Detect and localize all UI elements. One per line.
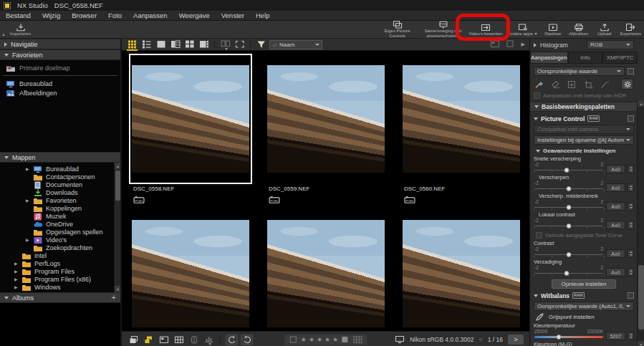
slider-value[interactable]: 5207 [606, 332, 625, 340]
value-stepper[interactable] [628, 165, 634, 173]
advanced-settings-header[interactable]: Geavanceerde instellingen [530, 145, 638, 155]
value-stepper[interactable] [628, 183, 634, 192]
expand-arrow-icon[interactable]: ▶ [14, 277, 19, 282]
quad-view-button[interactable] [183, 39, 196, 50]
split-overlay-icon[interactable] [188, 335, 200, 345]
tab-info[interactable]: Info [568, 52, 603, 63]
tree-item[interactable]: OneDrive [0, 220, 120, 228]
label-outline-icon[interactable] [352, 335, 362, 345]
wand-tool-icon[interactable] [534, 80, 544, 89]
tree-item[interactable]: ▶ Bureaublad [0, 165, 120, 173]
tree-item[interactable]: Opgeslagen spellen [0, 228, 120, 236]
histogram-channel-select[interactable]: RGB [587, 40, 634, 49]
slider-handle[interactable] [557, 335, 562, 340]
filter-button[interactable] [255, 39, 267, 50]
menu-aanpassen[interactable]: Aanpassen [128, 11, 173, 19]
favorite-item[interactable]: Afbeeldingen [0, 88, 120, 97]
collapse-right-panel-icon[interactable]: ▶ [522, 42, 525, 47]
slider-value[interactable]: A±0 [606, 202, 625, 211]
adjustment-preset-select[interactable]: Oorspronkelijke waarde [534, 67, 625, 76]
scroll-down-icon[interactable]: ▼ [115, 286, 120, 292]
compare-view-button[interactable] [219, 39, 231, 50]
value-stepper[interactable] [628, 249, 634, 258]
grid-overlay-icon[interactable] [173, 335, 185, 345]
expand-arrow-icon[interactable]: ▶ [26, 198, 30, 203]
histogram-overlay-icon[interactable] [203, 335, 215, 345]
expand-arrow-icon[interactable]: ▶ [26, 238, 30, 242]
scroll-up-icon[interactable]: ▲ [638, 100, 644, 107]
thumbnail-image[interactable] [400, 54, 523, 184]
split-view-button[interactable] [169, 39, 181, 50]
slider-handle[interactable] [564, 168, 569, 173]
tree-item[interactable]: Zoekopdrachten [0, 244, 120, 251]
eraser-tool-icon[interactable] [551, 80, 561, 89]
tree-item[interactable]: Documenten [0, 181, 120, 188]
scrollbar-thumb[interactable] [638, 265, 644, 330]
thumbnail-image[interactable] [129, 208, 252, 331]
value-stepper[interactable] [628, 332, 634, 340]
settings-gear-button[interactable] [621, 79, 633, 90]
camera-compat-select[interactable]: Compatibel met camera [534, 125, 634, 134]
add-album-button[interactable]: + [112, 294, 116, 302]
tree-item[interactable]: Koppelingen [0, 204, 120, 212]
toolbar-collapse-icon[interactable]: ▲ [0, 31, 7, 38]
section-folders[interactable]: Mappen [0, 152, 120, 163]
export-button[interactable]: Exporteren [617, 21, 644, 38]
section-favorites[interactable]: Favorieten [0, 49, 120, 60]
slider-handle[interactable] [567, 205, 572, 210]
star-icon[interactable]: ★ [309, 337, 314, 343]
rotate-cw-button[interactable] [241, 335, 253, 345]
star-icon[interactable]: ★ [317, 337, 322, 343]
plus-box-tool-icon[interactable] [567, 80, 577, 89]
tree-item[interactable]: ▶ Program Files (x86) [0, 275, 120, 283]
value-stepper[interactable] [628, 268, 634, 277]
tab-aanpassingen[interactable]: Aanpassingen [530, 52, 568, 63]
tone-curve-checkbox[interactable] [536, 232, 542, 239]
picture-control-checkbox[interactable] [628, 115, 634, 122]
slider-handle[interactable] [567, 252, 572, 257]
menu-venster[interactable]: Venster [216, 11, 250, 19]
print-button[interactable]: Afdrukken [566, 21, 592, 38]
star-icon[interactable]: ★ [332, 337, 338, 343]
section-navigation[interactable]: Navigatie [0, 39, 120, 49]
list-view-button[interactable] [140, 39, 153, 50]
favorite-item[interactable]: Primaire doelmap [0, 63, 120, 72]
histogram-collapse-icon[interactable] [534, 43, 537, 47]
pixel-shift-merge-button[interactable]: PIXEL Samenvoeging met pixelverschuiving [420, 21, 466, 38]
tree-item[interactable]: Muziek [0, 212, 120, 220]
crop-tool-icon[interactable] [584, 80, 594, 89]
upload-button[interactable]: Upload [592, 21, 617, 38]
scrollbar-thumb[interactable] [115, 170, 120, 201]
fit-view-button[interactable] [234, 39, 246, 50]
menu-foto[interactable]: Foto [102, 11, 128, 19]
rating-zero-icon[interactable] [289, 335, 299, 345]
menu-browser[interactable]: Browser [66, 11, 102, 19]
picture-control-header[interactable]: Picture Control RAW [530, 113, 638, 124]
label-gray-icon[interactable] [340, 335, 350, 345]
section-albums[interactable]: Albums + [0, 292, 120, 303]
tree-item[interactable]: ▶ Favorieten [0, 196, 120, 204]
thumbnail-image-selected[interactable] [129, 54, 252, 184]
picture-control-setting-select[interactable]: Instellingen bij opname ([A] Automatisch… [534, 135, 634, 145]
single-view-button[interactable] [155, 39, 167, 50]
tree-item[interactable]: ▶ Program Files [0, 267, 120, 275]
slider-value[interactable]: A±0 [606, 183, 625, 192]
slider-handle[interactable] [567, 224, 572, 229]
thumbnail-info-toggle-icon[interactable] [490, 38, 500, 51]
menu-bestand[interactable]: Bestand [0, 11, 37, 19]
inspector-scrollbar[interactable]: ▲ ▼ [637, 100, 644, 346]
menu-wijzig[interactable]: Wijzig [37, 11, 66, 19]
slider-value[interactable]: A±0 [606, 165, 625, 173]
menu-help[interactable]: Help [250, 11, 276, 19]
previous-image-button[interactable]: < [479, 336, 482, 343]
thumbnail-image[interactable] [264, 208, 388, 331]
import-button[interactable]: Importeren [7, 21, 34, 38]
hdr-checkbox[interactable] [534, 92, 540, 99]
white-balance-preset-select[interactable]: Oorspronkelijke waarde (Auto1, 0, 0 (521… [534, 302, 634, 311]
tree-item[interactable]: Downloads [0, 188, 120, 196]
gray-point-button[interactable]: Grijspunt instellen [530, 312, 638, 322]
favorite-item[interactable]: Bureaublad [0, 79, 120, 88]
expand-arrow-icon[interactable]: ▶ [14, 261, 19, 266]
tree-item[interactable]: ▶ Video's [0, 236, 120, 244]
slider-value[interactable]: A±0 [606, 221, 625, 229]
